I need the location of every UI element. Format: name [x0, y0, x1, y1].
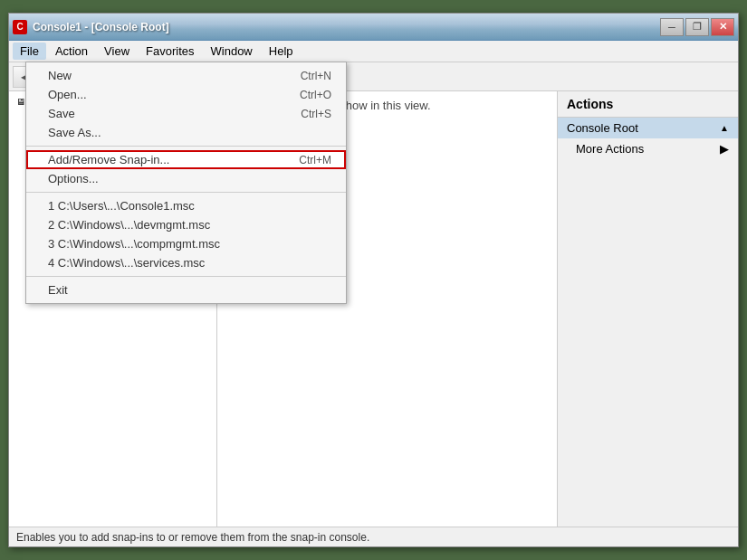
close-button[interactable]: ✕ — [711, 18, 734, 36]
menu-section-2: Add/Remove Snap-in... Ctrl+M Options... — [26, 147, 346, 193]
menu-bar: File Action View Favorites Window Help — [9, 41, 738, 62]
actions-header: Actions — [558, 91, 738, 118]
menu-new-label: New — [48, 69, 72, 82]
actions-group-arrow: ▲ — [720, 123, 729, 133]
menu-save-as-label: Save As... — [48, 126, 101, 139]
actions-panel: Actions Console Root ▲ More Actions ▶ — [557, 91, 738, 527]
menu-section-1: New Ctrl+N Open... Ctrl+O Save Ctrl+S Sa… — [26, 62, 346, 147]
menu-options[interactable]: Options... — [26, 169, 346, 188]
menu-item-help[interactable]: Help — [262, 43, 301, 60]
actions-group-header[interactable]: Console Root ▲ — [558, 118, 738, 138]
more-actions-arrow: ▶ — [720, 142, 729, 156]
title-bar: C Console1 - [Console Root] ─ ❐ ✕ — [9, 14, 738, 41]
menu-exit-label: Exit — [48, 283, 68, 297]
menu-add-remove-shortcut: Ctrl+M — [299, 154, 331, 166]
title-bar-buttons: ─ ❐ ✕ — [660, 18, 734, 36]
menu-save[interactable]: Save Ctrl+S — [26, 104, 346, 123]
menu-add-remove-snapin[interactable]: Add/Remove Snap-in... Ctrl+M — [26, 150, 346, 169]
menu-item-file[interactable]: File — [13, 43, 46, 60]
menu-item-view[interactable]: View — [97, 43, 137, 60]
menu-new[interactable]: New Ctrl+N — [26, 66, 346, 85]
menu-open-label: Open... — [48, 88, 87, 101]
window-title: Console1 - [Console Root] — [33, 21, 169, 33]
menu-recent-1-label: 1 C:\Users\...\Console1.msc — [48, 199, 195, 213]
menu-save-shortcut: Ctrl+S — [301, 108, 331, 120]
more-actions-label: More Actions — [576, 142, 644, 156]
menu-recent-2[interactable]: 2 C:\Windows\...\devmgmt.msc — [26, 215, 346, 234]
menu-section-3: 1 C:\Users\...\Console1.msc 2 C:\Windows… — [26, 193, 346, 277]
app-icon: C — [13, 20, 27, 34]
menu-item-action[interactable]: Action — [48, 43, 95, 60]
restore-button[interactable]: ❐ — [685, 18, 709, 36]
minimize-button[interactable]: ─ — [660, 18, 684, 36]
menu-recent-3-label: 3 C:\Windows\...\compmgmt.msc — [48, 237, 220, 251]
menu-add-remove-label: Add/Remove Snap-in... — [48, 153, 169, 166]
menu-recent-4[interactable]: 4 C:\Windows\...\services.msc — [26, 253, 346, 272]
menu-new-shortcut: Ctrl+N — [301, 70, 331, 82]
menu-item-favorites[interactable]: Favorites — [139, 43, 201, 60]
menu-item-window[interactable]: Window — [204, 43, 260, 60]
menu-save-label: Save — [48, 107, 75, 120]
menu-save-as[interactable]: Save As... — [26, 123, 346, 142]
actions-more-actions[interactable]: More Actions ▶ — [558, 138, 738, 159]
status-bar: Enables you to add snap-ins to or remove… — [9, 527, 738, 546]
actions-group-label: Console Root — [567, 121, 638, 135]
menu-options-label: Options... — [48, 172, 99, 185]
menu-section-4: Exit — [26, 277, 346, 303]
menu-exit[interactable]: Exit — [26, 280, 346, 299]
menu-open-shortcut: Ctrl+O — [300, 89, 331, 101]
menu-recent-2-label: 2 C:\Windows\...\devmgmt.msc — [48, 218, 210, 232]
menu-recent-4-label: 4 C:\Windows\...\services.msc — [48, 256, 205, 270]
status-text: Enables you to add snap-ins to or remove… — [16, 531, 369, 544]
menu-open[interactable]: Open... Ctrl+O — [26, 85, 346, 104]
menu-recent-3[interactable]: 3 C:\Windows\...\compmgmt.msc — [26, 234, 346, 253]
file-dropdown-menu: New Ctrl+N Open... Ctrl+O Save Ctrl+S Sa… — [25, 62, 347, 304]
menu-recent-1[interactable]: 1 C:\Users\...\Console1.msc — [26, 196, 346, 215]
